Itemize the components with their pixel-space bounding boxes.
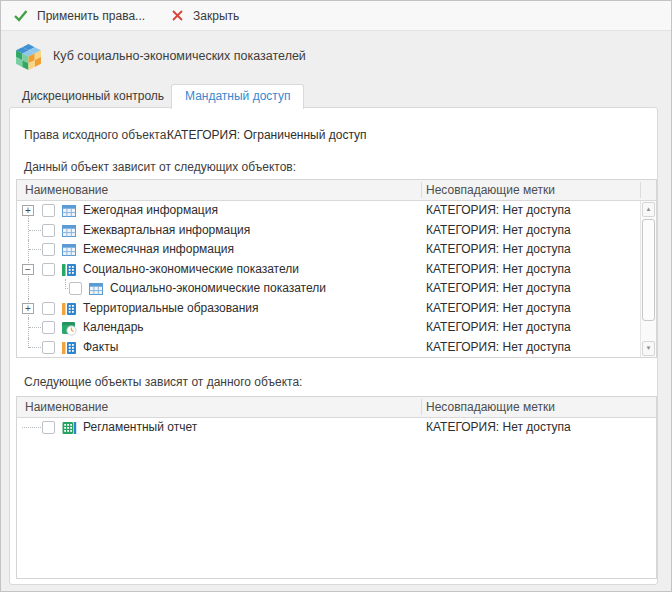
check-icon [13,8,28,23]
object-header: Куб социально-экономических показателей [1,31,671,81]
expand-button[interactable]: + [22,303,34,314]
tree-row-annual-info[interactable]: + Ежегодная информация КАТЕГОРИЯ: Нет до… [17,201,640,221]
dimension-orange-icon [61,301,77,317]
dependents-section-label: Следующие объекты зависят от данного объ… [24,375,302,389]
tree-row-calendar[interactable]: Календарь КАТЕГОРИЯ: Нет доступа [17,318,640,338]
scrollbar-thumb[interactable] [642,219,655,321]
row-checkbox[interactable] [42,263,55,276]
close-button[interactable]: Закрыть [169,6,249,26]
tree-row-socioeconomic-dimension[interactable]: − Социально-экономические показатели КАТ… [17,260,640,280]
table-icon [61,242,77,258]
report-icon [61,420,77,436]
apply-rights-button[interactable]: Применить права... [11,5,155,26]
tab-mandatory-access[interactable]: Мандатный доступ [171,84,304,109]
row-checkbox[interactable] [42,321,55,334]
row-name: Ежегодная информация [83,201,218,221]
row-checkbox[interactable] [42,341,55,354]
row-checkbox[interactable] [42,302,55,315]
table-icon [88,281,104,297]
dependents-grid: Наименование Несовпадающие метки [16,396,657,579]
expand-button[interactable]: + [22,205,34,216]
row-checkbox[interactable] [42,243,55,256]
tree-row-regulated-report[interactable]: Регламентный отчет КАТЕГОРИЯ: Нет доступ… [17,418,656,438]
dependents-grid-body: Регламентный отчет КАТЕГОРИЯ: Нет доступ… [17,418,656,578]
row-checkbox[interactable] [42,224,55,237]
row-name: Регламентный отчет [83,418,197,438]
row-labels: КАТЕГОРИЯ: Нет доступа [426,201,571,221]
column-header-name[interactable]: Наименование [25,183,108,197]
row-checkbox[interactable] [42,204,55,217]
column-header-name[interactable]: Наименование [25,400,108,414]
tree-row-quarterly-info[interactable]: Ежеквартальная информация КАТЕГОРИЯ: Нет… [17,221,640,241]
page-title: Куб социально-экономических показателей [53,49,306,63]
scroll-down-icon[interactable]: ▼ [642,341,655,356]
depends-section-label: Данный объект зависит от следующих объек… [24,160,296,174]
column-header-labels[interactable]: Несовпадающие метки [426,400,555,414]
x-icon [171,9,184,22]
tree-row-territorial-dimension[interactable]: + Территориальные образования КАТЕГОРИЯ:… [17,299,640,319]
column-divider [421,399,422,415]
row-labels: КАТЕГОРИЯ: Нет доступа [426,338,571,358]
apply-rights-label: Применить права... [37,9,145,23]
row-labels: КАТЕГОРИЯ: Нет доступа [426,240,571,260]
scroll-up-icon[interactable]: ▲ [642,202,655,217]
row-name: Социально-экономические показатели [83,260,299,280]
row-labels: КАТЕГОРИЯ: Нет доступа [426,299,571,319]
rights-dialog: Применить права... Закрыть Куб социально… [0,0,672,592]
toolbar: Применить права... Закрыть [1,1,671,31]
tab-discretionary-control[interactable]: Дискреционный контроль [9,85,177,108]
table-icon [61,223,77,239]
dependents-grid-header: Наименование Несовпадающие метки [17,397,656,418]
row-labels: КАТЕГОРИЯ: Нет доступа [426,221,571,241]
depends-grid-header: Наименование Несовпадающие метки [17,180,656,201]
row-labels: КАТЕГОРИЯ: Нет доступа [426,418,571,438]
row-labels: КАТЕГОРИЯ: Нет доступа [426,318,571,338]
row-checkbox[interactable] [42,421,55,434]
table-icon [61,203,77,219]
source-rights-label: Права исходного объекта: [24,128,170,142]
column-header-labels[interactable]: Несовпадающие метки [426,183,555,197]
row-name: Ежемесячная информация [83,240,234,260]
vertical-scrollbar[interactable]: ▲ ▼ [640,201,656,357]
depends-grid-body: + Ежегодная информация КАТЕГОРИЯ: Нет до… [17,201,640,357]
row-name: Календарь [83,318,144,338]
row-name: Факты [83,338,118,358]
mandatory-access-panel: Права исходного объекта: КАТЕГОРИЯ: Огра… [9,107,658,585]
row-name: Социально-экономические показатели [110,279,326,299]
calendar-clock-icon [61,320,77,336]
dimension-orange-icon [61,340,77,356]
close-label: Закрыть [193,9,239,23]
row-name: Территориальные образования [83,299,259,319]
column-divider [640,182,641,198]
tree-row-facts[interactable]: Факты КАТЕГОРИЯ: Нет доступа [17,338,640,358]
cube-icon [15,43,42,70]
dimension-green-icon [61,262,77,278]
row-name: Ежеквартальная информация [83,221,250,241]
depends-grid: Наименование Несовпадающие метки + Ежего… [16,179,657,358]
tree-row-monthly-info[interactable]: Ежемесячная информация КАТЕГОРИЯ: Нет до… [17,240,640,260]
column-divider [421,182,422,198]
row-labels: КАТЕГОРИЯ: Нет доступа [426,279,571,299]
collapse-button[interactable]: − [22,264,34,275]
row-checkbox[interactable] [69,282,82,295]
row-labels: КАТЕГОРИЯ: Нет доступа [426,260,571,280]
tree-row-socioeconomic-child[interactable]: Социально-экономические показатели КАТЕГ… [17,279,640,299]
source-rights-value: КАТЕГОРИЯ: Ограниченный доступ [167,128,367,142]
